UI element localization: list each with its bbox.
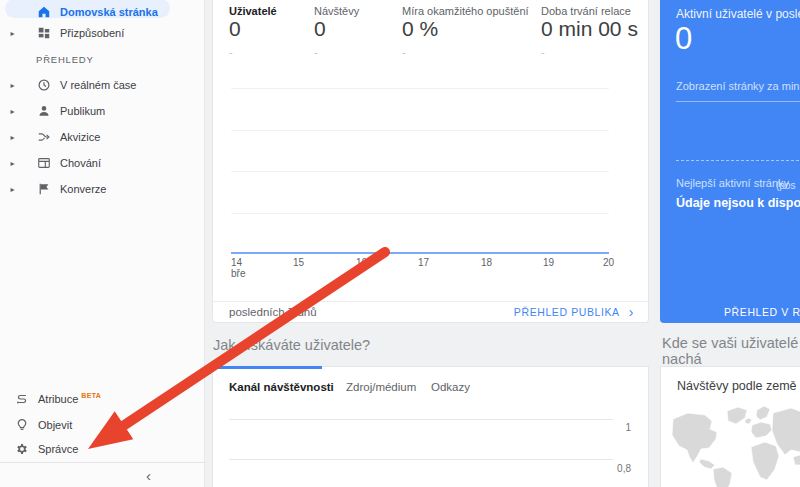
sidebar-item-acquisition[interactable]: ▸ Akvizice [0, 124, 205, 150]
top-active-pages-label: Nejlepší aktivní stránky [676, 177, 789, 189]
expand-caret-icon[interactable]: ▸ [7, 29, 18, 38]
sidebar-item-label: Správce [38, 443, 78, 455]
attribution-icon [14, 391, 30, 407]
pageviews-per-minute-label: Zobrazení stránky za minutu [676, 80, 800, 102]
flag-icon [36, 181, 52, 197]
realtime-card: Aktivní uživatelé v posledních 0 Zobraze… [660, 0, 800, 323]
sidebar-item-label: Akvizice [60, 131, 100, 143]
stat-label: Doba trvání relace [541, 5, 631, 17]
x-axis-tick: 14bře [231, 257, 245, 279]
x-axis-tick: 17 [418, 257, 429, 268]
sidebar-item-label: Domovská stránka [60, 6, 158, 18]
chart-gridline [231, 171, 609, 172]
tab-source-medium[interactable]: Zdroj/médium [346, 381, 416, 393]
active-tab-indicator [212, 366, 322, 369]
chart-gridline [229, 419, 613, 420]
sidebar-item-label: Publikum [60, 105, 105, 117]
stat-value: 0 min 00 s [541, 17, 638, 41]
active-users-value: 0 [675, 21, 692, 57]
acquisition-section-heading: Jak získáváte uživatele? [213, 337, 370, 353]
stat-value: 0 [229, 17, 241, 41]
audience-overview-link[interactable]: PŘEHLED PUBLIKA › [514, 306, 634, 318]
stat-delta: - [402, 46, 406, 58]
customization-icon [36, 25, 52, 41]
sidebar-item-admin[interactable]: Správce [0, 436, 205, 462]
geo-card: Návštěvy podle země [660, 366, 800, 487]
world-map [665, 403, 800, 487]
acquisition-icon [36, 129, 52, 145]
overview-card-footer: posledních 7 dnů PŘEHLED PUBLIKA › [213, 301, 648, 322]
sidebar-section-reports: PŘEHLEDY [36, 54, 94, 65]
overview-card: Uživatelé 0 - Návštěvy 0 - Míra okamžité… [212, 0, 649, 323]
top-active-pages-note: (pos [776, 180, 795, 191]
lightbulb-icon [14, 417, 30, 433]
realtime-overview-link[interactable]: PŘEHLED V REÁL [724, 306, 800, 318]
sidebar-item-label: Chování [60, 157, 101, 169]
sidebar-item-discover[interactable]: Objevit [0, 412, 205, 438]
x-axis-tick: 20 [603, 257, 614, 268]
stat-delta: - [314, 46, 318, 58]
collapse-sidebar-icon[interactable]: ‹ [146, 468, 151, 483]
chevron-right-icon: › [629, 307, 634, 317]
sidebar-item-label: V reálném čase [60, 79, 136, 91]
chart-gridline [231, 88, 609, 89]
expand-caret-icon[interactable]: ▸ [7, 107, 18, 116]
sidebar-item-customization[interactable]: ▸ Přizpůsobení [0, 20, 205, 46]
sidebar-item-label: Přizpůsobení [60, 27, 124, 39]
stat-value: 0 [314, 17, 326, 41]
sessions-by-country-title: Návštěvy podle země [677, 379, 797, 393]
y-axis-label: 1 [605, 422, 631, 433]
chart-gridline [231, 213, 609, 214]
stat-delta: - [541, 46, 545, 58]
expand-caret-icon[interactable]: ▸ [7, 133, 18, 142]
stat-delta: - [229, 46, 233, 58]
sidebar-item-realtime[interactable]: ▸ V reálném čase [0, 72, 205, 98]
stat-value: 0 % [402, 17, 438, 41]
expand-caret-icon[interactable]: ▸ [7, 81, 18, 90]
stat-label: Návštěvy [314, 5, 359, 17]
x-axis-tick: 16 [356, 257, 367, 268]
sidebar-item-label: Objevit [38, 419, 72, 431]
acquisition-card: Kanál návštěvnosti Zdroj/médium Odkazy 1… [212, 366, 649, 487]
sidebar-item-audience[interactable]: ▸ Publikum [0, 98, 205, 124]
home-icon [36, 4, 52, 20]
sidebar-divider [0, 462, 205, 463]
sidebar-item-behavior[interactable]: ▸ Chování [0, 150, 205, 176]
chart-gridline [229, 459, 613, 460]
sidebar-item-attribution[interactable]: Atribuce BETA [0, 386, 205, 412]
expand-caret-icon[interactable]: ▸ [7, 159, 18, 168]
gear-icon [14, 441, 30, 457]
chart-gridline [231, 130, 609, 131]
sidebar-item-label: Atribuce [38, 393, 78, 405]
sidebar-item-label: Konverze [60, 183, 106, 195]
tab-referrals[interactable]: Odkazy [431, 381, 470, 393]
person-icon [36, 103, 52, 119]
geo-section-heading: Kde se vaši uživatelé nachá [662, 335, 800, 367]
x-axis-tick: 15 [293, 257, 304, 268]
x-axis-tick: 19 [543, 257, 554, 268]
date-range-selector[interactable]: posledních 7 dnů [229, 306, 317, 318]
page-icon [36, 155, 52, 171]
x-axis-tick: 18 [481, 257, 492, 268]
expand-caret-icon[interactable]: ▸ [7, 185, 18, 194]
sidebar-item-conversions[interactable]: ▸ Konverze [0, 176, 205, 202]
no-data-message: Údaje nejsou k dispozici. [676, 196, 800, 210]
users-chart-line [231, 252, 609, 254]
clock-icon [36, 77, 52, 93]
stat-label: Uživatelé [229, 5, 277, 17]
beta-badge: BETA [81, 392, 101, 399]
sidebar: Domovská stránka ▸ Přizpůsobení PŘEHLEDY… [0, 0, 205, 487]
y-axis-label: 0,8 [605, 463, 631, 474]
realtime-title: Aktivní uživatelé v posledních [676, 7, 800, 21]
dashed-divider [676, 160, 800, 161]
tab-traffic-channel[interactable]: Kanál návštěvnosti [229, 381, 334, 393]
stat-label: Míra okamžitého opuštění [402, 5, 529, 17]
